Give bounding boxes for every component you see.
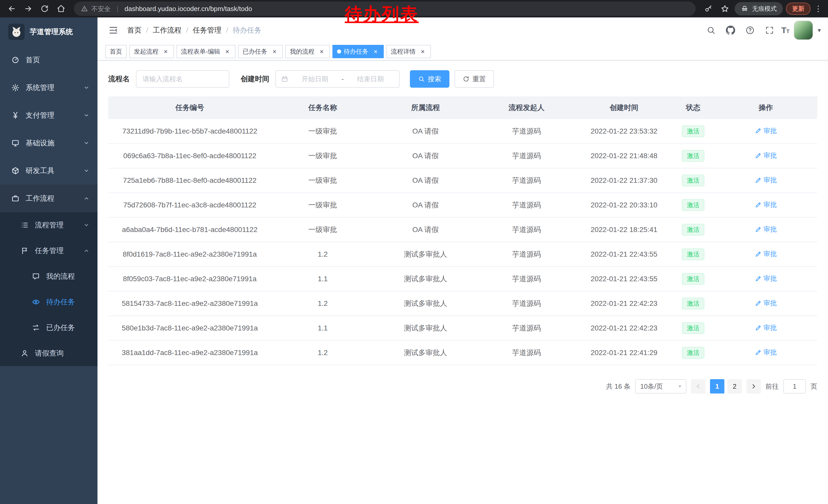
task-name: 一级审批: [272, 217, 374, 242]
tab-close-icon[interactable]: ×: [372, 48, 379, 55]
approve-link[interactable]: 审批: [755, 151, 777, 160]
approve-link[interactable]: 审批: [755, 126, 777, 135]
tab-已办任务[interactable]: 已办任务×: [238, 45, 283, 58]
tab-流程表单-编辑[interactable]: 流程表单-编辑×: [176, 45, 236, 58]
dashboard-icon: [11, 56, 19, 64]
create-time: 2022-01-22 21:37:30: [576, 168, 672, 193]
sidebar-item-tools[interactable]: 研发工具: [0, 157, 97, 185]
tab-close-icon[interactable]: ×: [271, 48, 278, 55]
sidebar-toggle-icon[interactable]: [105, 21, 122, 39]
approve-link[interactable]: 审批: [755, 348, 777, 357]
create-time: 2022-01-21 22:43:55: [576, 267, 672, 291]
app-title: 芋道管理系统: [30, 27, 73, 37]
process-name-input[interactable]: [136, 70, 229, 88]
tab-close-icon[interactable]: ×: [318, 48, 325, 55]
url-text: dashboard.yudao.iocoder.cn/bpm/task/todo: [125, 5, 252, 13]
help-icon[interactable]: [742, 22, 758, 38]
approve-link[interactable]: 审批: [755, 299, 777, 308]
refresh-icon[interactable]: [38, 2, 51, 15]
approve-label: 审批: [763, 225, 777, 234]
tab-发起流程[interactable]: 发起流程×: [129, 45, 174, 58]
task-name: 1.2: [272, 340, 374, 365]
breadcrumb-item[interactable]: 任务管理: [193, 26, 222, 35]
chevron-down-icon: [84, 168, 89, 174]
bookmark-star-icon[interactable]: [718, 2, 732, 15]
tab-流程详情[interactable]: 流程详情×: [386, 45, 431, 58]
goto-page-input[interactable]: [783, 379, 806, 394]
process-starter: 芋道源码: [477, 193, 576, 217]
tab-close-icon[interactable]: ×: [419, 48, 426, 55]
reset-button[interactable]: 重置: [455, 70, 494, 88]
page-button-1[interactable]: 1: [710, 379, 724, 394]
forward-icon[interactable]: [22, 2, 35, 15]
approve-link[interactable]: 审批: [755, 176, 777, 185]
column-header: 任务名称: [272, 96, 374, 119]
action-cell: 审批: [714, 291, 817, 316]
key-icon[interactable]: [702, 2, 715, 15]
create-time: 2022-01-22 20:33:10: [576, 193, 672, 217]
page-size-select[interactable]: 10条/页 ▾: [635, 379, 687, 394]
approve-link[interactable]: 审批: [755, 249, 777, 259]
chevron-down-icon: [84, 85, 89, 91]
process-name: OA 请假: [374, 217, 477, 242]
approve-link[interactable]: 审批: [755, 274, 777, 283]
main-area: 首页 / 工作流程 / 任务管理 / 待办任务: [97, 17, 828, 504]
approve-link[interactable]: 审批: [755, 323, 777, 332]
home-icon[interactable]: [54, 2, 68, 15]
process-name: OA 请假: [374, 168, 477, 193]
tab-我的流程[interactable]: 我的流程×: [285, 45, 330, 58]
sidebar-item-pay[interactable]: 支付管理: [0, 101, 97, 129]
status-badge: 激活: [682, 347, 704, 359]
status-cell: 激活: [672, 340, 714, 365]
tab-close-icon[interactable]: ×: [162, 48, 169, 55]
person-icon: [20, 349, 29, 357]
page-button-2[interactable]: 2: [728, 379, 742, 394]
tab-首页[interactable]: 首页: [105, 45, 127, 58]
sidebar-item-infra[interactable]: 基础设施: [0, 129, 97, 157]
edit-icon: [755, 349, 761, 356]
action-cell: 审批: [714, 267, 817, 291]
update-button[interactable]: 更新: [786, 3, 811, 15]
sidebar-item-process-mgmt[interactable]: 流程管理: [0, 212, 97, 238]
next-page-button[interactable]: [746, 379, 761, 394]
tab-label: 发起流程: [134, 47, 159, 56]
process-name: 测试多审批人: [374, 242, 477, 267]
sidebar-item-task-mgmt[interactable]: 任务管理: [0, 238, 97, 264]
avatar-caret-icon[interactable]: ▾: [818, 27, 821, 34]
sidebar-item-my-process[interactable]: 我的流程: [0, 264, 97, 289]
breadcrumb-item[interactable]: 首页: [127, 26, 141, 35]
browser-menu-icon[interactable]: ⋮: [814, 5, 823, 12]
tab-close-icon[interactable]: ×: [224, 48, 231, 55]
tab-待办任务[interactable]: 待办任务×: [332, 45, 384, 58]
fullscreen-icon[interactable]: [762, 22, 777, 38]
search-icon[interactable]: [703, 22, 719, 38]
breadcrumb-item[interactable]: 工作流程: [153, 26, 181, 35]
sidebar-item-workflow[interactable]: 工作流程: [0, 185, 97, 212]
goto-label: 前往: [765, 382, 779, 391]
sidebar-item-leave-query[interactable]: 请假查询: [0, 340, 97, 366]
avatar[interactable]: [794, 20, 813, 40]
process-starter: 芋道源码: [477, 340, 576, 365]
sidebar-item-todo-task[interactable]: 待办任务: [0, 289, 97, 315]
incognito-icon: [741, 5, 748, 12]
approve-link[interactable]: 审批: [755, 200, 777, 209]
font-size-icon[interactable]: TT: [781, 26, 790, 35]
list-icon: [20, 221, 29, 229]
sidebar-item-label: 研发工具: [26, 166, 54, 176]
back-icon[interactable]: [5, 2, 18, 15]
date-range-picker[interactable]: 开始日期 - 结束日期: [276, 70, 400, 88]
swap-arrows-icon: [32, 324, 40, 332]
approve-link[interactable]: 审批: [755, 225, 777, 234]
logo[interactable]: 芋道管理系统: [0, 17, 97, 46]
github-icon[interactable]: [723, 22, 738, 38]
table-body: 73211d9d-7b9b-11ec-b5b7-acde48001122一级审批…: [108, 119, 817, 365]
sidebar-item-home[interactable]: 首页: [0, 46, 97, 74]
search-button[interactable]: 搜索: [410, 70, 449, 88]
task-id: 75d72608-7b7f-11ec-a3c8-acde48001122: [108, 193, 272, 217]
prev-page-button[interactable]: [691, 379, 705, 394]
breadcrumb-item-current: 待办任务: [233, 26, 261, 35]
sidebar-item-done-task[interactable]: 已办任务: [0, 315, 97, 340]
page-size-value: 10条/页: [640, 382, 663, 391]
edit-icon: [755, 127, 761, 134]
sidebar-item-system[interactable]: 系统管理: [0, 74, 97, 101]
